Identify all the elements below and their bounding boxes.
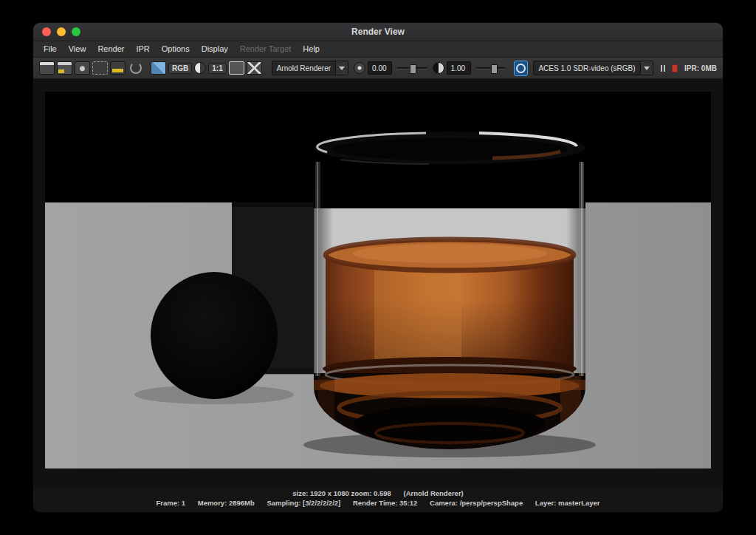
titlebar[interactable]: Render View [33, 23, 723, 41]
color-management-dropdown-button[interactable] [640, 61, 653, 75]
color-management-value: ACES 1.0 SDR-video (sRGB) [534, 64, 639, 72]
toolbar: RGB 1:1 Arnold Renderer 0.00 [33, 58, 723, 79]
status-layer: Layer: masterLayer [535, 499, 600, 507]
redo-render-icon[interactable] [130, 62, 142, 74]
gamma-slider[interactable] [476, 62, 506, 74]
pause-ipr-icon[interactable] [661, 65, 665, 72]
chevron-down-icon [644, 67, 650, 70]
menu-options[interactable]: Options [156, 41, 196, 57]
gamma-field[interactable]: 1.00 [447, 61, 471, 75]
menu-file[interactable]: File [38, 41, 63, 57]
exposure-field[interactable]: 0.00 [368, 61, 392, 75]
status-frame: Frame: 1 [156, 499, 185, 507]
real-size-icon[interactable] [151, 61, 166, 75]
rgb-channels-button[interactable]: RGB [168, 63, 192, 74]
status-size-zoom: size: 1920 x 1080 zoom: 0.598 [292, 489, 391, 497]
status-renderer: (Arnold Renderer) [403, 489, 463, 497]
exposure-icon [354, 62, 365, 74]
render-region-icon[interactable] [92, 61, 108, 75]
menu-ipr[interactable]: IPR [130, 41, 155, 57]
alpha-channel-icon[interactable] [194, 62, 206, 74]
gamma-slider-handle[interactable] [491, 64, 498, 74]
rendered-image [45, 92, 711, 468]
remove-image-icon[interactable] [247, 61, 262, 75]
exposure-slider[interactable] [397, 62, 427, 74]
display-options-group: RGB 1:1 [151, 61, 262, 75]
renderer-dropdown[interactable]: Arnold Renderer [272, 61, 348, 75]
render-actions-group [39, 61, 144, 75]
render-view-window: Render View File View Render IPR Options… [32, 22, 724, 513]
menu-display[interactable]: Display [196, 41, 234, 57]
color-management-icon [516, 64, 526, 73]
gamma-value: 1.00 [451, 64, 465, 72]
color-management-dropdown[interactable]: ACES 1.0 SDR-video (sRGB) [533, 61, 653, 75]
render-icon[interactable] [39, 61, 55, 75]
statusbar: size: 1920 x 1080 zoom: 0.598 (Arnold Re… [33, 487, 723, 512]
snapshot-icon[interactable] [75, 61, 90, 75]
desktop: Render View File View Render IPR Options… [0, 0, 756, 535]
exposure-value: 0.00 [372, 64, 386, 72]
ipr-update-region-icon[interactable] [110, 61, 126, 75]
status-line-2: Frame: 1 Memory: 2896Mb Sampling: [3/2/2… [33, 498, 723, 508]
ipr-memory-label: IPR: 0MB [684, 64, 717, 72]
status-render-time: Render Time: 35:12 [353, 499, 417, 507]
menu-render-target: Render Target [234, 41, 298, 57]
renderer-dropdown-button[interactable] [335, 61, 348, 75]
render-viewport[interactable] [33, 79, 723, 487]
renderer-dropdown-value: Arnold Renderer [272, 64, 335, 72]
stop-ipr-icon[interactable] [672, 64, 678, 72]
chevron-down-icon [339, 67, 345, 70]
gamma-icon [433, 62, 444, 74]
ipr-render-icon[interactable] [57, 61, 72, 75]
status-line-1: size: 1920 x 1080 zoom: 0.598 (Arnold Re… [33, 488, 723, 498]
menu-help[interactable]: Help [297, 41, 326, 57]
window-title: Render View [33, 27, 723, 37]
status-sampling: Sampling: [3/2/2/2/2/2] [267, 499, 340, 507]
status-camera: Camera: /persp/perspShape [430, 499, 523, 507]
color-management-toggle[interactable] [514, 61, 528, 76]
menubar: File View Render IPR Options Display Ren… [33, 41, 723, 58]
status-memory: Memory: 2896Mb [198, 499, 255, 507]
one-to-one-button[interactable]: 1:1 [208, 63, 226, 74]
menu-view[interactable]: View [63, 41, 92, 57]
exposure-slider-handle[interactable] [410, 64, 416, 74]
keep-image-icon[interactable] [229, 61, 244, 75]
menu-render[interactable]: Render [92, 41, 130, 57]
